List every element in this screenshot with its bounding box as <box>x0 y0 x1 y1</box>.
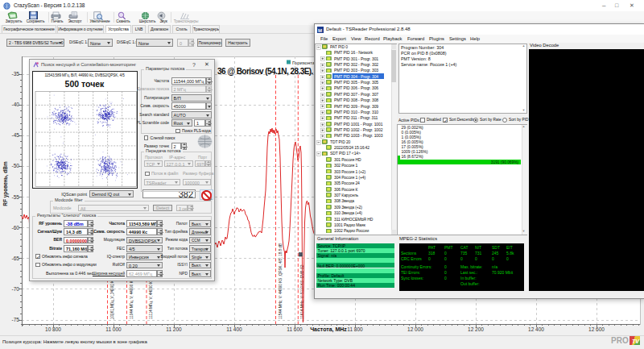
svg-text:M: M <box>318 27 322 32</box>
